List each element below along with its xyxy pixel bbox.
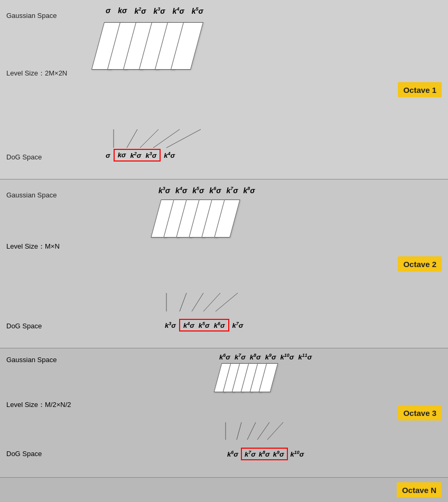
svg-line-7 bbox=[192, 293, 203, 311]
gaussian-formulas-2: k3σ k4σ k5σ k6σ k7σ k8σ bbox=[158, 186, 255, 195]
octave-n-section: Octave N bbox=[0, 478, 448, 502]
level-label-3: Level Size：M/2×N/2 bbox=[6, 400, 71, 410]
svg-line-3 bbox=[153, 129, 180, 148]
level-label-1: Level Size：2M×2N bbox=[6, 69, 67, 78]
level-label-2: Level Size：M×N bbox=[6, 242, 60, 251]
octave-3-section: Gaussian Space Level Size：M/2×N/2 DoG Sp… bbox=[0, 348, 448, 478]
dog-formulas-3: k6σ k7σ k8σ k9σ k10σ bbox=[227, 448, 304, 460]
octave-badge-2: Octave 2 bbox=[398, 256, 442, 271]
octave-badge-1: Octave 1 bbox=[398, 82, 442, 97]
panels-3 bbox=[218, 363, 272, 392]
dog-label-1: DoG Space bbox=[6, 153, 42, 161]
dog-boxed-2: k4σ k5σ k6σ bbox=[179, 319, 229, 331]
gaussian-formulas-3: k6σ k7σ k8σ k9σ k10σ k11σ bbox=[219, 353, 312, 361]
svg-line-8 bbox=[203, 293, 220, 311]
dog-label-3: DoG Space bbox=[6, 450, 42, 458]
svg-line-4 bbox=[166, 129, 201, 148]
connecting-lines-3 bbox=[218, 421, 334, 442]
dog-formulas-2: k3σ k4σ k5σ k6σ k7σ bbox=[165, 319, 243, 331]
svg-line-6 bbox=[180, 293, 186, 311]
gaussian-label-3: Gaussian Space bbox=[6, 356, 57, 364]
dog-formulas-1: σ kσ k2σ k3σ k4σ bbox=[106, 149, 175, 162]
gaussian-label-1: Gaussian Space bbox=[6, 12, 57, 20]
svg-line-14 bbox=[267, 422, 283, 440]
dog-label-2: DoG Space bbox=[6, 322, 42, 330]
octave-1-section: Gaussian Space Level Size：2M×2N DoG Spac… bbox=[0, 0, 448, 179]
panels-2 bbox=[156, 200, 232, 238]
connecting-lines-2 bbox=[156, 290, 304, 311]
dog-boxed-1: kσ k2σ k3σ bbox=[114, 149, 161, 162]
arrows-svg-2 bbox=[156, 290, 304, 317]
svg-line-2 bbox=[140, 129, 158, 148]
svg-line-13 bbox=[257, 422, 269, 440]
octave-2-section: Gaussian Space Level Size：M×N DoG Space … bbox=[0, 179, 448, 348]
main-container: Gaussian Space Level Size：2M×2N DoG Spac… bbox=[0, 0, 448, 502]
panels-1 bbox=[98, 22, 193, 70]
arrows-svg-3 bbox=[218, 421, 334, 442]
svg-line-11 bbox=[237, 422, 241, 440]
gaussian-label-2: Gaussian Space bbox=[6, 191, 57, 199]
gaussian-formulas-1: σ kσ k2σ k3σ k4σ k5σ bbox=[106, 6, 203, 15]
octave-badge-n: Octave N bbox=[397, 482, 442, 498]
octave-badge-3: Octave 3 bbox=[398, 405, 442, 421]
svg-line-9 bbox=[216, 293, 238, 311]
svg-line-1 bbox=[127, 129, 137, 148]
dog-boxed-3: k7σ k8σ k9σ bbox=[241, 448, 288, 460]
connecting-lines-1 bbox=[98, 127, 256, 148]
svg-line-12 bbox=[247, 422, 256, 440]
